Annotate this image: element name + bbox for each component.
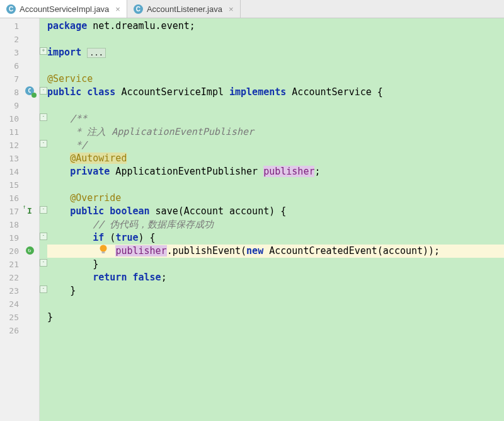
fold-toggle[interactable]: - (40, 87, 47, 95)
fold-toggle[interactable]: - (40, 113, 47, 121)
close-icon[interactable]: × (229, 4, 234, 14)
fold-toggle[interactable]: + (40, 47, 47, 55)
navigate-icon[interactable]: ↻ (24, 245, 35, 256)
svg-point-0 (100, 245, 107, 252)
fold-gutter: + - - - - - - - (40, 18, 47, 421)
code-editor[interactable]: 123 678 91011 121314 151617 181920 21222… (0, 18, 504, 421)
override-up-icon[interactable]: I ↑ (24, 205, 35, 216)
intention-bulb-icon[interactable] (98, 244, 109, 255)
gutter-marks: C I ↑ ↻ (21, 18, 40, 421)
class-icon: C (134, 4, 143, 14)
tab-label: AccountListener.java (147, 4, 222, 14)
fold-toggle[interactable]: - (40, 140, 47, 147)
fold-toggle[interactable]: - (40, 259, 47, 267)
fold-toggle[interactable]: - (40, 206, 47, 214)
svg-rect-1 (102, 251, 105, 253)
editor-tabs: C AccountServiceImpl.java × C AccountLis… (0, 0, 504, 18)
tab-account-listener[interactable]: C AccountListener.java × (127, 0, 241, 18)
fold-toggle[interactable]: - (40, 285, 47, 293)
tab-account-service-impl[interactable]: C AccountServiceImpl.java × (0, 0, 127, 18)
close-icon[interactable]: × (115, 4, 120, 14)
line-number-gutter: 123 678 91011 121314 151617 181920 21222… (0, 18, 21, 421)
class-icon: C (6, 4, 16, 14)
class-implementation-icon[interactable]: C (24, 85, 35, 96)
folded-region[interactable]: ... (87, 48, 106, 58)
fold-toggle[interactable]: - (40, 233, 47, 240)
tab-label: AccountServiceImpl.java (20, 4, 109, 14)
code-area[interactable]: package net.dreamlu.event; import ... @S… (47, 18, 504, 421)
